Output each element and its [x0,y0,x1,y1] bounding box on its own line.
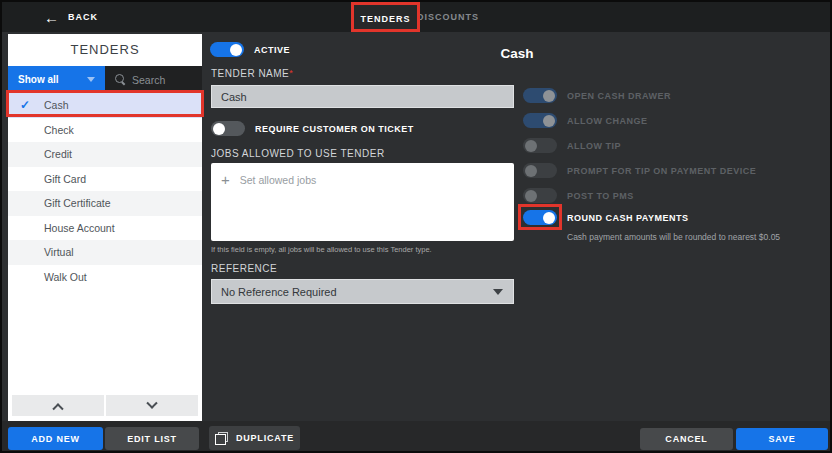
list-item-label: Virtual [44,246,74,258]
tender-name-value: Cash [221,91,247,103]
list-item-credit[interactable]: Credit [8,142,202,167]
search-placeholder: Search [132,74,165,86]
tenders-sidebar: TENDERS Show all Search ✓ Cash Check Cre… [8,34,202,423]
top-bar: ← BACK TENDERS DISCOUNTS [2,2,830,32]
reference-value: No Reference Required [221,286,337,298]
list-item-label: Credit [44,148,72,160]
sidebar-filter-row: Show all Search [8,66,202,93]
show-all-label: Show all [18,74,59,85]
active-toggle-label: ACTIVE [254,45,290,55]
allow-tip-toggle[interactable] [523,138,557,153]
list-item-gift-certificate[interactable]: Gift Certificate [8,191,202,216]
back-arrow-icon: ← [44,10,59,25]
list-item-gift-card[interactable]: Gift Card [8,167,202,192]
tender-list: ✓ Cash Check Credit Gift Card Gift Certi… [8,93,202,289]
tender-name-label: TENDER NAME* [211,68,293,79]
tab-discounts[interactable]: DISCOUNTS [422,2,474,32]
require-customer-label: REQUIRE CUSTOMER ON TICKET [255,124,414,134]
open-cash-drawer-label: OPEN CASH DRAWER [567,91,671,101]
tenders-settings-screen: ← BACK TENDERS DISCOUNTS TENDERS Show al… [0,0,832,453]
prompt-tip-label: PROMPT FOR TIP ON PAYMENT DEVICE [567,166,756,176]
show-all-dropdown[interactable]: Show all [8,66,105,93]
round-cash-payments-row: ROUND CASH PAYMENTS [523,210,689,225]
page-title: Cash [202,46,832,61]
chevron-down-icon [87,77,95,82]
scroll-down-button[interactable] [106,395,198,416]
active-toggle-row: ACTIVE [210,42,290,57]
duplicate-button[interactable]: DUPLICATE [209,426,300,450]
list-item-walk-out[interactable]: Walk Out [8,265,202,290]
allow-tip-row: ALLOW TIP [523,138,621,153]
prompt-tip-toggle[interactable] [523,163,557,178]
chevron-down-icon [146,397,157,408]
chevron-up-icon [52,403,63,414]
allow-change-row: ALLOW CHANGE [523,113,648,128]
list-item-check[interactable]: Check [8,118,202,143]
dropdown-caret-icon [493,289,503,295]
allow-change-toggle[interactable] [523,113,557,128]
tab-tenders[interactable]: TENDERS [353,2,418,32]
prompt-tip-row: PROMPT FOR TIP ON PAYMENT DEVICE [523,163,756,178]
allow-change-label: ALLOW CHANGE [567,116,648,126]
round-cash-payments-label: ROUND CASH PAYMENTS [567,213,689,223]
sidebar-title: TENDERS [8,34,202,66]
list-item-house-account[interactable]: House Account [8,216,202,241]
bottom-bar: ADD NEW EDIT LIST DUPLICATE CANCEL SAVE [2,421,830,451]
check-icon: ✓ [20,98,30,112]
require-customer-row: REQUIRE CUSTOMER ON TICKET [211,121,414,136]
open-cash-drawer-toggle[interactable] [523,88,557,103]
active-toggle[interactable] [210,42,244,57]
list-item-label: Cash [44,99,69,111]
cancel-button[interactable]: CANCEL [640,428,733,450]
list-item-label: Walk Out [44,271,87,283]
list-item-label: Gift Certificate [44,197,111,209]
list-item-label: Gift Card [44,173,86,185]
save-button[interactable]: SAVE [736,428,828,450]
back-label: BACK [68,12,98,22]
round-cash-description: Cash payment amounts will be rounded to … [567,232,780,242]
post-to-pms-label: POST TO PMS [567,191,634,201]
search-icon [115,74,126,85]
list-scroll-buttons [12,395,198,416]
plus-icon: + [221,172,230,187]
post-to-pms-toggle[interactable] [523,188,557,203]
round-cash-payments-toggle[interactable] [523,210,557,225]
jobs-allowed-box[interactable]: + Set allowed jobs [211,163,514,241]
open-cash-drawer-row: OPEN CASH DRAWER [523,88,671,103]
tab-discounts-label: DISCOUNTS [417,12,479,22]
set-allowed-jobs-placeholder[interactable]: + Set allowed jobs [221,172,504,187]
add-new-button[interactable]: ADD NEW [8,427,103,450]
jobs-hint-text: If this field is empty, all jobs will be… [211,245,432,254]
edit-list-button[interactable]: EDIT LIST [105,427,199,450]
search-input[interactable]: Search [105,66,202,93]
list-item-virtual[interactable]: Virtual [8,240,202,265]
reference-label: REFERENCE [211,263,277,274]
required-asterisk: * [289,68,293,78]
list-item-cash[interactable]: ✓ Cash [8,93,202,118]
post-to-pms-row: POST TO PMS [523,188,634,203]
copy-icon [215,432,228,445]
list-item-label: House Account [44,222,115,234]
list-item-label: Check [44,124,74,136]
back-button[interactable]: ← BACK [44,2,98,32]
tab-tenders-label: TENDERS [360,14,410,24]
tender-name-input[interactable]: Cash [211,85,514,108]
require-customer-toggle[interactable] [211,121,245,136]
scroll-up-button[interactable] [12,395,104,416]
allow-tip-label: ALLOW TIP [567,141,621,151]
jobs-allowed-label: JOBS ALLOWED TO USE TENDER [211,148,385,159]
reference-dropdown[interactable]: No Reference Required [211,279,514,304]
